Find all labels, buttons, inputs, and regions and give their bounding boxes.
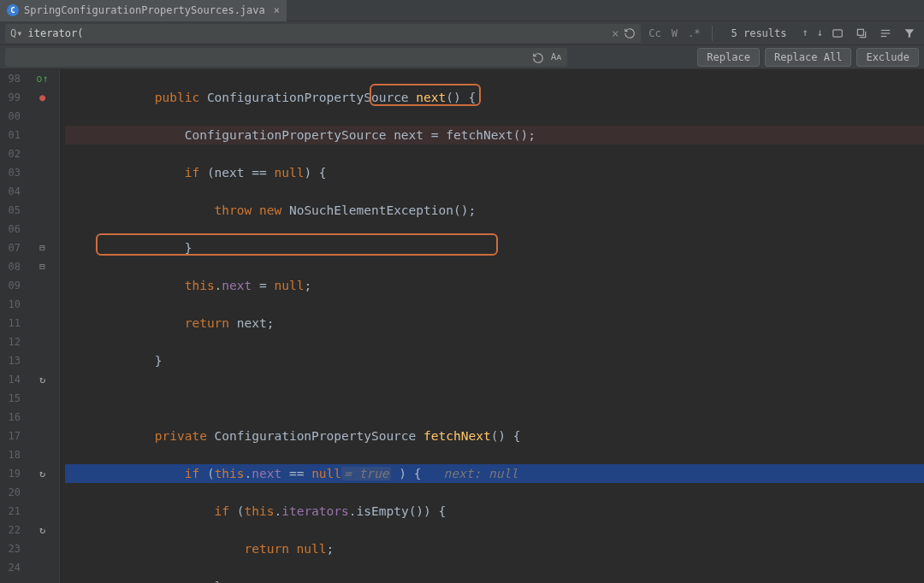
replace-bar: Aᴀ Replace Replace All Exclude [0, 45, 924, 69]
override-icon[interactable]: o↑ [36, 69, 48, 88]
right-toolbar-icons [856, 26, 915, 39]
history-icon[interactable] [624, 26, 636, 39]
pin-icon[interactable] [880, 26, 891, 39]
exclude-button[interactable]: Exclude [856, 48, 919, 67]
filter-icon[interactable] [903, 26, 915, 39]
tab-bar: C SpringConfigurationPropertySources.jav… [0, 0, 924, 21]
replace-history-icon[interactable] [532, 50, 544, 64]
nav-icons: ↑ ↓ [803, 26, 844, 39]
class-file-icon: C [7, 4, 19, 16]
clear-icon[interactable]: × [612, 26, 619, 40]
find-query-text: iterator( [27, 27, 611, 39]
svg-rect-0 [833, 30, 843, 37]
recursive-icon[interactable]: ↻ [39, 464, 45, 483]
find-input[interactable]: Q▾ iterator( × [5, 24, 641, 43]
breakpoint-icon[interactable]: ● [39, 88, 45, 107]
prev-match-icon[interactable]: ↑ [803, 26, 808, 39]
next-match-icon[interactable]: ↓ [817, 26, 823, 39]
search-icon: Q▾ [10, 27, 22, 39]
new-search-icon[interactable] [856, 26, 868, 39]
match-case-toggle[interactable]: Cc [646, 26, 663, 41]
code-content[interactable]: public ConfigurationPropertySource next(… [60, 69, 924, 583]
recursive-icon[interactable]: ↻ [39, 370, 45, 389]
fold-icon[interactable]: ⊟ [39, 238, 45, 257]
fold-icon[interactable]: ⊟ [39, 257, 45, 276]
find-bar: Q▾ iterator( × Cc W .* 5 results ↑ ↓ [0, 21, 924, 45]
results-count: 5 results [721, 27, 797, 39]
close-icon[interactable]: × [274, 4, 280, 16]
recursive-icon[interactable]: ↻ [39, 521, 45, 539]
whole-word-toggle[interactable]: W [669, 26, 680, 41]
tab-filename: SpringConfigurationPropertySources.java [24, 4, 265, 16]
svg-rect-1 [857, 29, 863, 35]
editor-area[interactable]: 98 99 00 01 02 03 04 05 06 07 08 09 10 1… [0, 69, 924, 583]
gutter-marks: o↑ ● ⊟ ⊟ ↻ ↻ ↻ [26, 69, 60, 583]
line-number-gutter: 98 99 00 01 02 03 04 05 06 07 08 09 10 1… [0, 69, 26, 583]
regex-toggle[interactable]: .* [685, 26, 702, 41]
editor-tab[interactable]: C SpringConfigurationPropertySources.jav… [0, 0, 287, 21]
find-options: Cc W .* [646, 26, 702, 41]
select-all-icon[interactable] [832, 26, 844, 39]
replace-button[interactable]: Replace [697, 48, 760, 67]
replace-input[interactable]: Aᴀ [5, 48, 567, 67]
replace-all-button[interactable]: Replace All [765, 48, 851, 67]
preserve-case-icon[interactable]: Aᴀ [551, 51, 563, 62]
